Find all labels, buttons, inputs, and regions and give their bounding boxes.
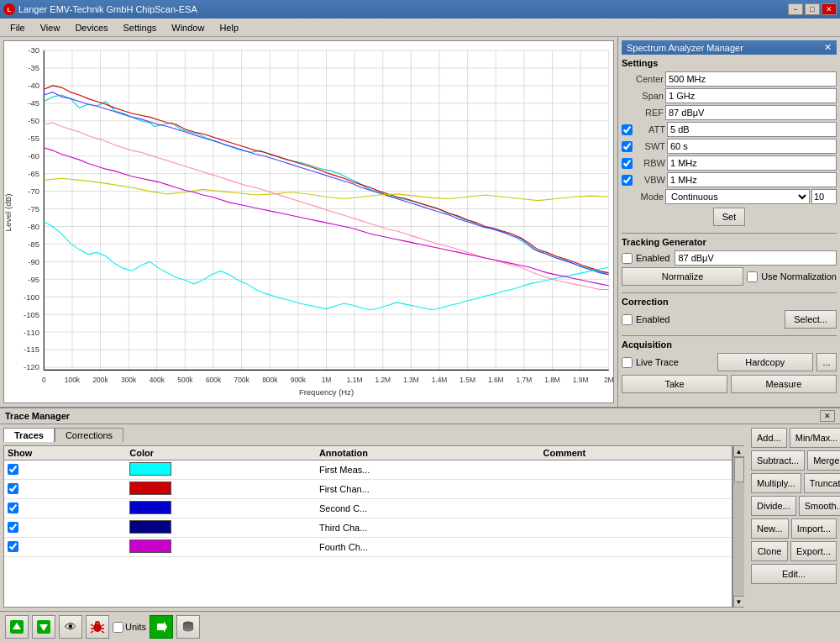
- svg-text:-95: -95: [28, 274, 39, 283]
- trace-color-cell[interactable]: [126, 518, 316, 538]
- trace-show-cell[interactable]: [4, 460, 126, 480]
- units-checkbox[interactable]: [113, 622, 123, 633]
- mode-select[interactable]: Continuous Single: [665, 189, 810, 204]
- database-icon: [181, 620, 195, 634]
- menu-settings[interactable]: Settings: [117, 21, 164, 34]
- span-input[interactable]: [665, 88, 837, 103]
- tg-enabled-row: Enabled: [622, 250, 837, 266]
- merge-button[interactable]: Merge...: [807, 450, 840, 471]
- panel-pin-button[interactable]: ✕: [824, 42, 832, 53]
- trace-show-cell[interactable]: [4, 518, 126, 538]
- vbw-input[interactable]: [667, 172, 837, 187]
- tab-corrections[interactable]: Corrections: [55, 428, 123, 442]
- table-row: Second C...: [4, 499, 732, 518]
- menu-window[interactable]: Window: [165, 21, 211, 34]
- use-normalization-checkbox[interactable]: [747, 271, 758, 282]
- add-button[interactable]: Add...: [751, 428, 787, 448]
- svg-text:-60: -60: [28, 151, 39, 160]
- trace-color-cell[interactable]: [126, 460, 316, 480]
- trace-annotation-cell: Second C...: [316, 499, 540, 518]
- move-down-button[interactable]: [32, 615, 55, 639]
- scrollbar-thumb[interactable]: [734, 457, 744, 482]
- truncate-button[interactable]: Truncate...: [804, 473, 840, 493]
- live-trace-label: Live Trace: [636, 357, 714, 367]
- trace-checkbox[interactable]: [8, 541, 18, 552]
- edit-button[interactable]: Edit...: [751, 564, 837, 584]
- more-button[interactable]: ...: [816, 353, 837, 371]
- import-button[interactable]: Import...: [791, 518, 837, 539]
- trace-show-cell[interactable]: [4, 538, 126, 557]
- trace-comment-cell: [539, 480, 732, 499]
- new-button[interactable]: New...: [751, 518, 789, 539]
- move-up-button[interactable]: [5, 615, 29, 639]
- export-arrow-button[interactable]: [150, 615, 173, 639]
- trace-color-cell[interactable]: [126, 480, 316, 499]
- minimize-button[interactable]: −: [788, 3, 803, 15]
- trace-color-cell[interactable]: [126, 538, 316, 557]
- center-input[interactable]: [665, 71, 837, 87]
- svg-text:200k: 200k: [92, 376, 108, 384]
- trace-btn-row-7: Edit...: [751, 564, 837, 584]
- subtract-button[interactable]: Subtract...: [751, 450, 805, 471]
- close-button[interactable]: ✕: [822, 3, 837, 15]
- ref-input[interactable]: [665, 105, 837, 120]
- bottom-panel-close[interactable]: ✕: [820, 410, 835, 422]
- divide-button[interactable]: Divide...: [751, 496, 796, 516]
- att-input[interactable]: [667, 122, 837, 137]
- live-trace-checkbox[interactable]: [622, 357, 633, 368]
- units-checkbox-label[interactable]: Units: [113, 622, 146, 633]
- trace-checkbox[interactable]: [8, 483, 18, 494]
- span-row: Span: [622, 88, 837, 103]
- swt-input[interactable]: [667, 139, 837, 154]
- mode-num-input[interactable]: [811, 189, 837, 204]
- title-bar-controls[interactable]: − □ ✕: [788, 3, 837, 15]
- swt-checkbox[interactable]: [622, 141, 633, 152]
- svg-text:300k: 300k: [121, 376, 137, 384]
- menu-devices[interactable]: Devices: [68, 21, 114, 34]
- bottom-panel-controls[interactable]: ✕: [820, 410, 835, 422]
- menu-file[interactable]: File: [3, 21, 32, 34]
- trace-color-cell[interactable]: [126, 499, 316, 518]
- correction-select-button[interactable]: Select...: [785, 310, 837, 329]
- rbw-input[interactable]: [667, 155, 837, 171]
- minmax-button[interactable]: Min/Max...: [790, 428, 840, 448]
- trace-color-swatch: [129, 539, 171, 553]
- trace-checkbox[interactable]: [8, 464, 18, 475]
- set-btn-row: Set: [622, 208, 837, 226]
- svg-rect-0: [4, 41, 613, 403]
- measure-button[interactable]: Measure: [731, 375, 837, 393]
- tg-level-input[interactable]: [675, 250, 837, 266]
- trace-show-cell[interactable]: [4, 499, 126, 518]
- hardcopy-button[interactable]: Hardcopy: [717, 353, 814, 371]
- bug-button[interactable]: [86, 615, 109, 639]
- app-icon: L: [3, 3, 15, 15]
- database-button[interactable]: [176, 615, 200, 639]
- svg-text:Frequency (Hz): Frequency (Hz): [299, 387, 354, 397]
- trace-btn-row-2: Subtract... Merge...: [751, 450, 837, 471]
- tg-enabled-checkbox[interactable]: [622, 253, 633, 264]
- multiply-button[interactable]: Multiply...: [751, 473, 801, 493]
- menu-help[interactable]: Help: [213, 21, 245, 34]
- correction-row: Enabled Select...: [622, 310, 837, 329]
- menu-view[interactable]: View: [34, 21, 67, 34]
- vbw-checkbox[interactable]: [622, 175, 633, 186]
- vbw-label: VBW: [636, 175, 665, 185]
- trace-checkbox[interactable]: [8, 503, 18, 513]
- trace-checkbox[interactable]: [8, 522, 18, 533]
- take-button[interactable]: Take: [622, 375, 727, 393]
- table-row: First Chan...: [4, 480, 732, 499]
- correction-enabled-checkbox[interactable]: [622, 314, 633, 325]
- trace-show-cell[interactable]: [4, 480, 126, 499]
- scrollbar-up[interactable]: ▲: [733, 445, 745, 457]
- maximize-button[interactable]: □: [805, 3, 820, 15]
- clone-button[interactable]: Clone: [751, 541, 788, 561]
- tab-traces[interactable]: Traces: [3, 428, 55, 442]
- smooth-button[interactable]: Smooth...: [799, 496, 840, 516]
- set-button[interactable]: Set: [713, 208, 746, 226]
- eye-button[interactable]: 👁: [59, 615, 82, 639]
- att-checkbox[interactable]: [622, 124, 633, 135]
- rbw-checkbox[interactable]: [622, 158, 633, 169]
- export-button[interactable]: Export...: [790, 541, 837, 561]
- normalize-button[interactable]: Normalize: [622, 267, 743, 286]
- scrollbar-down[interactable]: ▼: [733, 596, 745, 608]
